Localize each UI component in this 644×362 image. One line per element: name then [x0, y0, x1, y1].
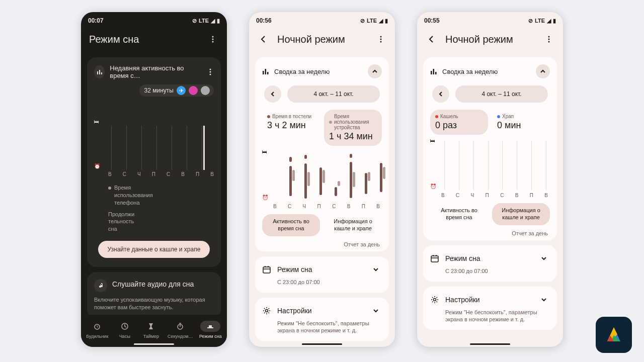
date-range-pill[interactable]: 4 окт. – 11 окт.	[455, 85, 548, 103]
bar-chart-icon	[262, 68, 269, 75]
tab-cough-snore-info[interactable]: Информация о кашле и храпе	[324, 214, 382, 236]
sleep-audio-card[interactable]: Слушайте аудио для сна Включите успокаив…	[87, 272, 221, 318]
stat-cough[interactable]: Кашель 0 раз	[430, 110, 488, 135]
cough-snore-cta-button[interactable]: Узнайте данные о кашле и храпе	[98, 241, 210, 258]
svg-point-12	[380, 36, 382, 38]
dnd-icon: ⊘	[528, 18, 533, 24]
bed-icon: 🛏	[262, 149, 267, 154]
weekly-summary-card: Сводка за неделю 4 окт. – 11 окт. Кашель…	[423, 57, 557, 240]
tab-sleep[interactable]: Режим сна	[198, 321, 223, 339]
network-label: LTE	[199, 18, 209, 24]
tab-alarm[interactable]: Будильник	[85, 321, 109, 339]
back-button[interactable]	[257, 33, 269, 45]
settings-card[interactable]: Настройки Режим "Не беспокоить", парамет…	[423, 287, 557, 330]
daily-report-link[interactable]: Отчет за день	[432, 230, 548, 236]
prev-week-button[interactable]	[432, 85, 449, 103]
status-time: 00:07	[88, 17, 104, 24]
weekly-chart: 🛏 ⏰ ВСЧПСВПВ	[430, 138, 550, 198]
tab-activity-during-sleep[interactable]: Активность во время сна	[430, 203, 488, 225]
stat-device-usage[interactable]: Время использования устройства 1 ч 34 ми…	[324, 110, 382, 146]
page-title: Режим сна	[89, 34, 199, 45]
alarm-icon: ⏰	[262, 195, 268, 200]
chevron-down-icon[interactable]	[370, 305, 382, 317]
bar-chart-icon	[430, 68, 437, 75]
chevron-down-icon[interactable]	[538, 252, 550, 264]
collapse-button[interactable]	[536, 64, 550, 78]
duration-text: 32 минуты	[144, 87, 174, 94]
gear-icon	[262, 306, 271, 315]
bed-icon: 🛏	[94, 119, 99, 124]
status-time: 00:55	[424, 17, 440, 24]
dnd-icon: ⊘	[192, 18, 197, 24]
chart-legend: Время использования телефона Продолжи те…	[108, 184, 214, 233]
overflow-menu-button[interactable]	[207, 33, 219, 45]
chevron-down-icon[interactable]	[538, 294, 550, 306]
sleep-schedule-card[interactable]: Режим сна С 23:00 до 07:00	[255, 256, 389, 293]
tab-timer[interactable]: Таймер	[140, 321, 162, 339]
card-overflow-button[interactable]	[207, 68, 214, 75]
audio-card-desc: Включите успокаивающую музыку, которая п…	[94, 296, 214, 311]
svg-point-6	[210, 69, 211, 70]
weekly-chart: 🛏 ⏰ ВСЧПСВПВ	[262, 149, 382, 209]
svg-rect-15	[263, 71, 264, 74]
svg-rect-18	[263, 267, 270, 273]
home-indicator	[302, 343, 342, 345]
home-indicator	[134, 343, 174, 345]
tab-cough-snore-info[interactable]: Информация о кашле и храпе	[492, 203, 550, 225]
activity-chart: 🛏 ⏰ ВСЧП СВПВ	[94, 122, 214, 177]
calendar-icon	[430, 254, 439, 263]
phone-bedtime-cough: 00:55 ⊘LTE◢▮ Ночной режим Сводка за неде…	[417, 12, 563, 347]
collapse-button[interactable]	[368, 64, 382, 78]
svg-point-22	[548, 41, 550, 43]
tab-activity-during-sleep[interactable]: Активность во время сна	[262, 214, 320, 236]
status-bar: 00:55 ⊘LTE◢▮	[417, 12, 563, 26]
sleep-schedule-card[interactable]: Режим сна С 23:00 до 07:00	[423, 245, 557, 282]
svg-point-20	[548, 36, 550, 38]
dnd-icon: ⊘	[360, 18, 365, 24]
recent-activity-card: Недавняя активность во время с… 32 минут…	[87, 57, 221, 267]
app-avatar-2	[189, 86, 198, 95]
stat-snore[interactable]: Храп 0 мин	[492, 110, 550, 135]
tab-clock[interactable]: Часы	[114, 321, 136, 339]
overflow-menu-button[interactable]	[375, 33, 387, 45]
battery-icon: ▮	[553, 18, 556, 24]
svg-point-19	[266, 309, 268, 312]
daily-report-link[interactable]: Отчет за день	[264, 241, 380, 247]
page-title: Ночной режим	[445, 34, 535, 45]
gear-icon	[430, 295, 439, 304]
svg-rect-17	[267, 72, 269, 74]
site-logo-badge	[596, 317, 632, 353]
audio-card-title: Слушайте аудио для сна	[112, 280, 194, 288]
bottom-tab-bar: Будильник Часы Таймер Секундом… Режим сн…	[81, 315, 227, 347]
svg-point-8	[210, 74, 211, 75]
alarm-icon: ⏰	[430, 184, 436, 189]
prev-week-button[interactable]	[264, 85, 281, 103]
svg-rect-25	[435, 72, 437, 74]
status-bar: 00:07 ⊘ LTE ◢ ▮	[81, 12, 227, 26]
chart-x-axis: ВСЧП СВПВ	[108, 171, 214, 177]
back-button[interactable]	[425, 33, 437, 45]
summary-title: Сводка за неделю	[274, 68, 330, 75]
settings-card[interactable]: Настройки Режим "Не беспокоить", парамет…	[255, 298, 389, 341]
svg-point-27	[434, 298, 436, 301]
summary-title: Сводка за неделю	[442, 68, 498, 75]
svg-point-7	[210, 71, 211, 73]
weekly-summary-card: Сводка за неделю 4 окт. – 11 окт. Время …	[255, 57, 389, 251]
signal-icon: ◢	[211, 18, 215, 24]
tab-stopwatch[interactable]: Секундом…	[167, 321, 194, 339]
svg-rect-24	[433, 69, 435, 74]
chevron-down-icon[interactable]	[370, 263, 382, 276]
app-avatar-3	[201, 86, 210, 95]
svg-rect-5	[101, 72, 102, 74]
bar-chart-icon	[94, 65, 105, 78]
date-range-pill[interactable]: 4 окт. – 11 окт.	[287, 85, 380, 103]
svg-rect-23	[431, 71, 432, 74]
page-header: Ночной режим	[417, 26, 563, 52]
svg-point-14	[380, 41, 382, 43]
page-header: Режим сна	[81, 26, 227, 52]
stat-time-in-bed[interactable]: Время в постели 3 ч 2 мин	[262, 110, 320, 146]
signal-icon: ◢	[547, 18, 551, 24]
overflow-menu-button[interactable]	[543, 33, 555, 45]
card-title: Недавняя активность во время с…	[110, 64, 197, 79]
svg-rect-3	[97, 71, 98, 74]
